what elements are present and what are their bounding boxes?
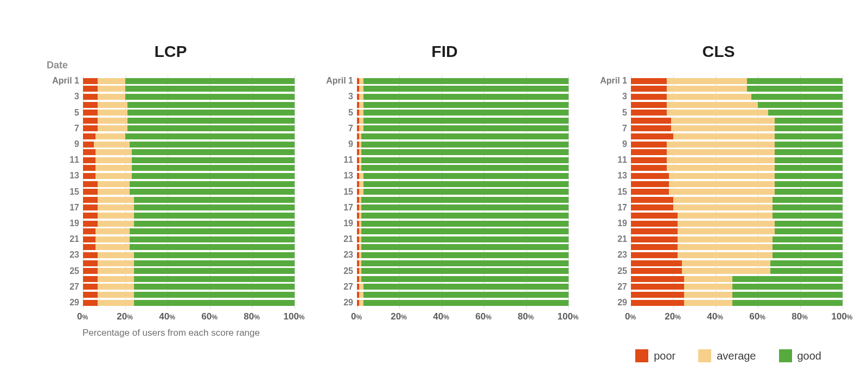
segment-poor [631,173,669,179]
segment-good [134,213,295,219]
y-tick-label: 19 [343,220,353,228]
bar-row [357,252,569,258]
plot-area-fid [356,77,569,307]
segment-good [775,165,843,171]
segment-good [363,125,569,131]
segment-average [682,260,771,266]
segment-poor [631,94,667,100]
bar-row [631,157,843,163]
segment-good [361,236,569,242]
segment-good [134,221,295,227]
segment-good [775,125,843,131]
segment-average [98,94,125,100]
segment-good [775,221,843,227]
y-tick-label: 17 [617,204,627,212]
bar-row [83,165,295,171]
bar-row [357,165,569,171]
segment-average [95,149,131,155]
x-tick-label: 40% [707,311,723,322]
legend-swatch-average [698,349,711,362]
segment-average [98,110,127,116]
bar-row [631,204,843,210]
chart-stage: Date LCP April 1357911131517192123252729… [0,0,868,384]
segment-poor [83,94,98,100]
plot-area-cls [630,77,843,307]
segment-good [768,110,843,116]
segment-poor [83,142,94,148]
bar-row [83,284,295,290]
bar-row [631,292,843,298]
segment-good [363,78,569,84]
segment-average [98,300,133,306]
segment-average [359,118,363,124]
segment-good [773,204,843,210]
panels-row: LCP April 1357911131517192123252729 0%20… [47,42,843,338]
segment-poor [631,204,673,210]
x-tick-label: 60% [201,311,218,322]
segment-average [359,78,363,84]
y-tick-label: 21 [69,235,79,244]
bar-row [631,149,843,155]
legend-item-poor: poor [635,349,675,362]
segment-good [127,118,295,124]
segment-average [684,276,733,282]
bar-row [83,244,295,250]
segment-average [667,86,747,92]
segment-average [667,157,775,163]
bar-row [83,197,295,203]
segment-good [134,276,295,282]
segment-poor [83,125,98,131]
bar-row [631,197,843,203]
y-tick-label: 11 [617,156,627,164]
segment-good [770,260,843,266]
segment-poor [83,118,98,124]
segment-poor [83,221,98,227]
bar-row [631,228,843,234]
y-tick-label: 5 [622,108,627,117]
x-tick-label: 100% [557,311,578,322]
y-tick-label: 25 [69,267,79,275]
segment-good [732,300,843,306]
segment-good [361,276,569,282]
bar-row [357,228,569,234]
segment-average [98,213,133,219]
x-tick-label: 0% [77,311,88,322]
bar-row [631,260,843,266]
bar-row [357,142,569,148]
segment-good [363,110,569,116]
bar-row [631,86,843,92]
segment-poor [631,118,671,124]
segment-average [684,292,733,298]
segment-average [667,78,747,84]
segment-good [770,268,843,274]
segment-good [125,78,295,84]
segment-average [669,181,775,187]
legend-item-average: average [698,349,756,362]
bar-row [357,197,569,203]
y-tick-label: 19 [69,220,79,228]
segment-average [678,252,773,258]
segment-good [127,102,295,108]
segment-average [682,268,771,274]
segment-average [678,236,773,242]
segment-poor [83,252,98,258]
y-tick-label: 23 [69,251,79,259]
y-tick-label: 27 [343,283,353,291]
y-tick-label: 29 [617,299,627,307]
panel-fid: FID April 1357911131517192123252729 0%20… [321,42,569,338]
segment-good [363,181,569,187]
bar-row [631,300,843,306]
segment-average [98,197,133,203]
segment-average [359,86,363,92]
y-tick-label: 15 [69,188,79,196]
segment-average [98,284,133,290]
segment-good [125,86,295,92]
segment-average [98,86,125,92]
y-tick-label: 13 [69,172,79,180]
segment-poor [631,244,678,250]
x-axis-fid: 0%20%40%60%80%100% [356,311,568,327]
y-tick-label: 21 [343,235,353,244]
legend-label-average: average [717,350,756,362]
y-tick-label: 5 [74,108,79,117]
bar-row [631,213,843,219]
